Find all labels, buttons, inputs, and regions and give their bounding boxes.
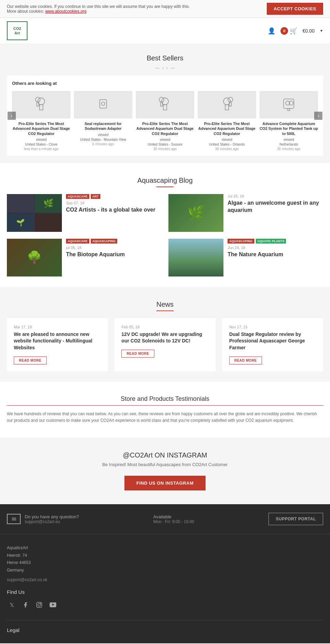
- news-date-3: Nov 17, 15: [229, 325, 316, 329]
- product-card: Seal replacement for Sodastream Adapter …: [74, 91, 132, 151]
- product-title-1: Pro-Elite Series The Most Advanced Aquar…: [12, 121, 70, 136]
- product-image-1: [12, 91, 70, 118]
- blog-image-2: 🌿: [168, 194, 223, 232]
- blog-tags-4: AQUASCAPING AQUATIC PLANTS: [228, 239, 323, 244]
- blog-card-1: 🌿 🌱 AQUASCAPE ART Sep 07, 18 CO2 Artists…: [7, 194, 162, 232]
- product-meta-1: viewed: [12, 137, 70, 142]
- blog-card-3: 🌳 AQUASCAPE AQUASCAPING jul 06, 18 The B…: [7, 239, 162, 276]
- news-title-underline: [156, 310, 174, 311]
- blog-card-2: 🌿 Jul 25, 18 Algae - an unwelcome guest …: [168, 194, 323, 232]
- product-location-3: United States - Sussex: [136, 142, 194, 147]
- carousel-prev[interactable]: ‹: [162, 66, 164, 70]
- blog-title-4: The Nature Aquarium: [228, 251, 323, 258]
- blog-date-2: Jul 25, 18: [228, 194, 323, 198]
- product-card: Pro-Elite Series The Most Advanced Aquar…: [12, 91, 70, 151]
- logo-art: Art: [14, 31, 20, 35]
- cookie-more-text: More about cookies:: [7, 9, 44, 14]
- best-sellers-inner: Others are looking at Pro-Elite Series T…: [7, 76, 323, 156]
- footer-address: AquaticsArtHeerstr. 74Herne 44653Germany: [7, 544, 323, 574]
- product-meta-2: viewed: [74, 133, 132, 137]
- svg-rect-18: [37, 602, 42, 608]
- cart-price: €0.00: [302, 28, 315, 34]
- facebook-icon[interactable]: [21, 600, 30, 610]
- best-sellers-section: Best Sellers — ‹ › — Others are looking …: [0, 44, 330, 163]
- footer-contact: ✉ Do you have any question? support@co2a…: [7, 514, 79, 524]
- news-date-2: Feb 05, 18: [121, 325, 208, 329]
- testimonials-section: Store and Products Testimonials We have …: [0, 382, 330, 438]
- blog-tag-aquascaping: AQUASCAPING: [91, 239, 118, 244]
- cart-wrapper: 0 🛒: [280, 27, 297, 35]
- read-more-button-1[interactable]: READ MORE: [14, 357, 47, 364]
- footer-support-email: support@co2art.co.uk: [7, 577, 323, 582]
- blog-tag-art: ART: [91, 194, 101, 199]
- cart-icon[interactable]: 🛒: [290, 27, 297, 35]
- social-icons: 𝕏: [7, 600, 323, 610]
- read-more-button-3[interactable]: READ MORE: [229, 357, 262, 364]
- product-location-2: United States - Mountain View: [74, 137, 132, 142]
- product-title-2: Seal replacement for Sodastream Adapter: [74, 121, 132, 131]
- instagram-section: @CO2Art ON INSTAGRAM Be Inspired! Most b…: [0, 438, 330, 504]
- product-title-3: Pro-Elite Series The Most Advanced Aquar…: [136, 121, 194, 136]
- testimonials-description: We have hundreds of reviews that you can…: [7, 411, 323, 424]
- product-meta-4: viewed: [198, 137, 256, 142]
- instagram-button[interactable]: FIND US ON INSTAGRAM: [124, 476, 206, 490]
- svg-point-19: [38, 604, 41, 607]
- carousel-arrow-left[interactable]: ‹: [8, 112, 16, 120]
- twitter-icon[interactable]: 𝕏: [7, 600, 16, 610]
- product-time-4: 36 minutes ago: [198, 147, 256, 151]
- news-card-3: Nov 17, 15 Dual Stage Regulator review b…: [222, 318, 323, 371]
- blog-grid: 🌿 🌱 AQUASCAPE ART Sep 07, 18 CO2 Artists…: [7, 194, 323, 276]
- mail-icon: ✉: [7, 514, 21, 524]
- blog-tag-aquatic-plants: AQUATIC PLANTS: [256, 239, 286, 244]
- cookie-text: Our website use cookies. If you continue…: [7, 4, 190, 9]
- logo-top: CO2: [13, 26, 21, 31]
- products-row: Pro-Elite Series The Most Advanced Aquar…: [12, 91, 318, 151]
- cookie-link[interactable]: www.aboutcookies.org: [45, 9, 86, 14]
- instagram-subtitle: Be Inspired! Most beautiful Aquascapes f…: [7, 462, 323, 467]
- news-article-title-2: 12V DC upgrade! We are upgrading our CO2…: [121, 331, 208, 344]
- blog-title-1: CO2 Artists - its a global take over: [66, 206, 162, 214]
- instagram-icon[interactable]: [34, 600, 44, 610]
- footer-contact-label: Do you have any question?: [25, 514, 79, 519]
- blog-image-1: 🌿 🌱: [7, 194, 62, 232]
- cookie-message: Our website use cookies. If you continue…: [7, 4, 190, 14]
- carousel-next[interactable]: ›: [166, 66, 168, 70]
- blog-content-2: Jul 25, 18 Algae - an unwelcome guest in…: [228, 194, 323, 232]
- footer-top: ✉ Do you have any question? support@co2a…: [0, 504, 330, 534]
- blog-tags-1: AQUASCAPE ART: [66, 194, 162, 199]
- product-card: Pro-Elite Series The Most Advanced Aquar…: [198, 91, 256, 151]
- product-image-5: [260, 91, 318, 118]
- logo[interactable]: CO2 Art: [7, 21, 28, 40]
- news-card-1: Mar 17, 18 We are pleased to announce ne…: [7, 318, 108, 371]
- blog-title-underline: [156, 187, 174, 187]
- news-article-title-3: Dual Stage Regulator review by Professio…: [229, 331, 316, 351]
- legal-title: Legal: [7, 620, 323, 633]
- read-more-button-2[interactable]: READ MORE: [121, 350, 154, 358]
- find-us-label: Find Us: [7, 589, 323, 595]
- carousel-arrow-right[interactable]: ›: [314, 112, 322, 120]
- account-icon[interactable]: 👤: [268, 27, 275, 35]
- instagram-title: @CO2Art ON INSTAGRAM: [7, 451, 323, 459]
- svg-point-5: [101, 102, 105, 105]
- youtube-icon[interactable]: [48, 600, 58, 610]
- product-title-5: Advance Complete Aquarium CO2 System for…: [260, 121, 318, 136]
- support-portal-button[interactable]: SUPPORT PORTAL: [268, 513, 323, 525]
- svg-rect-1: [40, 105, 43, 110]
- product-time-3: 30 minutes ago: [136, 147, 194, 151]
- blog-section: Aquascaping Blog 🌿 🌱 AQUASCAPE ART: [0, 163, 330, 287]
- blog-content-3: AQUASCAPE AQUASCAPING jul 06, 18 The Bio…: [66, 239, 162, 276]
- price-dropdown-arrow[interactable]: ▼: [320, 29, 323, 33]
- product-meta-3: viewed: [136, 137, 194, 142]
- product-time-2: 6 minutes ago: [74, 142, 132, 146]
- svg-rect-11: [225, 105, 229, 110]
- product-title-4: Pro-Elite Series The Most Advanced Aquar…: [198, 121, 256, 136]
- blog-content-4: AQUASCAPING AQUATIC PLANTS Jun 24, 18 Th…: [228, 239, 323, 276]
- footer-available: Available Mon - Fri: 9:00 - 16:00: [153, 514, 194, 524]
- accept-cookies-button[interactable]: ACCEPT COOKIES: [267, 3, 323, 15]
- svg-rect-7: [163, 105, 167, 110]
- product-time-1: less than a minute ago: [12, 147, 70, 151]
- carousel-dash: —: [155, 66, 160, 70]
- blog-title-2: Algae - an unwelcome guest in any aquari…: [228, 200, 323, 214]
- cart-badge: 0: [280, 27, 288, 35]
- blog-title-3: The Biotope Aquarium: [66, 251, 162, 258]
